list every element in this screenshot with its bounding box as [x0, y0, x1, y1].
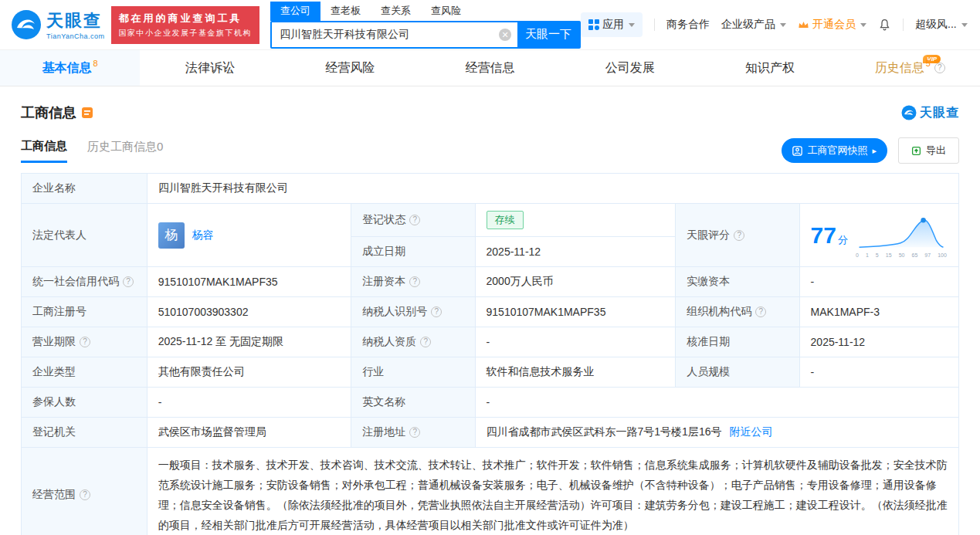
reg-number-label: 工商注册号	[22, 297, 148, 327]
section-title: 工商信息	[21, 103, 76, 122]
score-curve	[854, 213, 948, 250]
search-tab-company[interactable]: 查公司	[270, 2, 320, 21]
industry-value: 软件和信息技术服务业	[475, 357, 676, 388]
tab-legal-litigation[interactable]: 法律诉讼	[140, 50, 280, 86]
help-icon[interactable]	[409, 215, 420, 225]
table-row: 经营范围 一般项目：技术服务、技术开发、技术咨询、技术交流、技术转让、技术推广；…	[22, 448, 959, 535]
taxpayer-quality-label-cell: 纳税人资质	[351, 327, 475, 357]
tianyancha-wave-icon	[901, 105, 917, 120]
tab-history-info[interactable]: VIP 历史信息 5	[840, 50, 980, 86]
search-tab-boss[interactable]: 查老板	[320, 2, 371, 21]
tab-intellectual-property[interactable]: 知识产权	[700, 50, 839, 86]
reg-number-value: 510107003903302	[147, 297, 351, 327]
address-value: 四川省成都市武侯区武科东一路7号1号楼1层16号	[487, 425, 722, 439]
export-icon	[911, 146, 921, 156]
industry-label: 行业	[351, 357, 475, 388]
help-icon[interactable]	[409, 427, 420, 438]
taxpayer-quality-label: 纳税人资质	[362, 335, 416, 349]
legal-rep-label: 法定代表人	[22, 204, 148, 267]
score-value: 77分	[811, 224, 848, 247]
search-button[interactable]: 天眼一下	[517, 22, 579, 47]
tab-label: 基本信息	[42, 60, 92, 76]
search-tab-risk[interactable]: 查风险	[421, 2, 471, 21]
taxpayer-id-label: 纳税人识别号	[362, 305, 427, 319]
reg-capital-label: 注册资本	[362, 275, 405, 289]
notifications[interactable]	[878, 18, 891, 32]
search-tab-relation[interactable]: 查关系	[371, 2, 421, 21]
help-icon[interactable]	[734, 230, 744, 241]
tab-operation-risk[interactable]: 经营风险	[280, 50, 420, 86]
subtab-business-info[interactable]: 工商信息	[21, 139, 67, 163]
apps-menu[interactable]: 应用	[581, 12, 643, 37]
logo[interactable]: 天眼查 TianYanCha.com	[11, 9, 105, 40]
table-row: 营业期限 2025-11-12 至 无固定期限 纳税人资质 - 核准日期 202…	[22, 327, 959, 357]
subtab-history-business-info[interactable]: 历史工商信息0	[87, 140, 163, 161]
credit-code-label: 统一社会信用代码	[32, 275, 119, 289]
page: 天眼查 TianYanCha.com 都在用的商业查询工具 国家中小企业发展子基…	[0, 0, 980, 535]
apps-label: 应用	[602, 18, 624, 32]
help-icon[interactable]	[755, 306, 766, 317]
help-icon[interactable]	[123, 276, 134, 287]
scope-label-cell: 经营范围	[22, 448, 148, 535]
business-term-value: 2025-11-12 至 无固定期限	[147, 327, 351, 357]
org-code-label-cell: 组织机构代码	[676, 297, 799, 327]
clear-icon[interactable]	[499, 29, 511, 41]
vip-label: 开通会员	[812, 18, 856, 32]
help-icon[interactable]	[420, 337, 431, 347]
help-icon[interactable]	[80, 337, 90, 347]
table-row: 参保人数 - 英文名称 -	[22, 388, 959, 418]
reg-authority-label: 登记机关	[22, 418, 148, 448]
reg-capital-label-cell: 注册资本	[351, 267, 475, 297]
establish-date-label: 成立日期	[351, 237, 475, 267]
official-snapshot-button[interactable]: 工商官网快照	[782, 138, 887, 163]
tab-label: 经营风险	[325, 60, 375, 76]
section-header: 工商信息 天眼查	[21, 103, 959, 122]
divider	[903, 19, 904, 31]
avatar[interactable]: 杨	[158, 222, 185, 249]
cooperation-menu[interactable]: 商务合作	[666, 18, 710, 32]
score-label-cell: 天眼评分	[676, 204, 799, 267]
search-input[interactable]	[272, 22, 499, 47]
logo-subtitle: TianYanCha.com	[46, 32, 105, 40]
help-icon[interactable]	[934, 63, 945, 73]
company-type-label: 企业类型	[22, 357, 148, 388]
status-badge: 存续	[487, 211, 524, 229]
reg-authority-value: 武侯区市场监督管理局	[147, 418, 351, 448]
tab-operation-info[interactable]: 经营信息	[420, 50, 560, 86]
legal-rep-link[interactable]: 杨容	[192, 229, 214, 242]
super-risk-menu[interactable]: 超级风...	[915, 18, 968, 32]
approval-date-label: 核准日期	[676, 327, 799, 357]
help-icon[interactable]	[409, 276, 420, 287]
snapshot-icon	[792, 146, 802, 156]
reg-status-label: 登记状态	[362, 213, 405, 227]
nearby-companies-link[interactable]: 附近公司	[729, 425, 772, 439]
company-type-value: 其他有限责任公司	[147, 357, 351, 388]
slogan-line2: 国家中小企业发展子基金旗下机构	[119, 28, 253, 39]
paid-capital-value: -	[799, 267, 958, 297]
export-label: 导出	[926, 144, 946, 157]
enterprise-menu[interactable]: 企业级产品	[721, 18, 786, 32]
tab-label: 经营信息	[465, 60, 514, 76]
chevron-down-icon	[961, 23, 968, 27]
cooperation-label: 商务合作	[666, 18, 710, 32]
tab-label: 知识产权	[745, 60, 795, 76]
tab-label: 公司发展	[605, 60, 655, 76]
tianyancha-wave-icon	[11, 9, 42, 40]
insured-label: 参保人数	[22, 388, 148, 418]
export-button[interactable]: 导出	[898, 137, 959, 164]
help-icon[interactable]	[431, 306, 442, 317]
tab-basic-info[interactable]: 基本信息 8	[0, 50, 140, 86]
reg-status-cell: 存续	[475, 204, 676, 237]
tab-company-development[interactable]: 公司发展	[560, 50, 700, 86]
scope-label: 经营范围	[32, 488, 76, 502]
org-code-value: MAK1MAPF-3	[799, 297, 958, 327]
address-cell: 四川省成都市武侯区武科东一路7号1号楼1层16号 附近公司	[475, 418, 958, 448]
tab-label: 历史信息	[875, 60, 924, 76]
paid-capital-label: 实缴资本	[676, 267, 799, 297]
table-row: 统一社会信用代码 91510107MAK1MAPF35 注册资本 2000万人民…	[22, 267, 959, 297]
approval-date-value: 2025-11-12	[799, 327, 958, 357]
table-row: 法定代表人 杨 杨容 登记状态 存续 天眼评分	[22, 204, 959, 237]
vip-menu[interactable]: 开通会员	[798, 18, 866, 32]
org-code-label: 组织机构代码	[687, 305, 751, 319]
help-icon[interactable]	[80, 489, 90, 500]
